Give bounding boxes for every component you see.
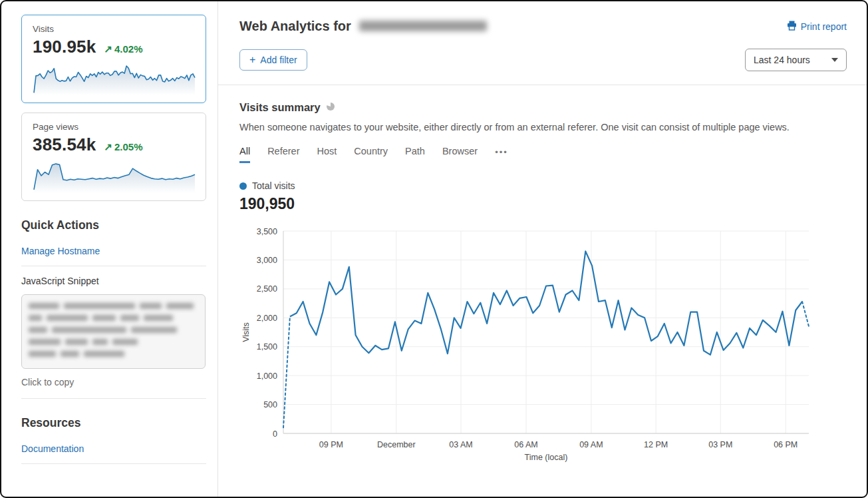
total-visits-value: 190,950 — [239, 195, 847, 213]
svg-text:06 PM: 06 PM — [774, 440, 797, 449]
resources-heading: Resources — [21, 416, 206, 430]
legend-label: Total visits — [252, 180, 295, 191]
main-header: Web Analytics for Print report + Add fil… — [218, 1, 867, 85]
plus-icon: + — [249, 55, 255, 65]
divider — [21, 463, 206, 464]
chart-legend: Total visits — [239, 180, 847, 191]
svg-text:2,500: 2,500 — [257, 284, 277, 294]
divider — [21, 266, 206, 266]
svg-text:3,000: 3,000 — [257, 256, 277, 265]
svg-text:3,500: 3,500 — [257, 227, 277, 236]
manage-hostname-link[interactable]: Manage Hostname — [21, 244, 206, 266]
svg-text:0: 0 — [273, 429, 277, 439]
svg-text:December: December — [377, 440, 416, 449]
metric-value: 190.95k — [33, 37, 96, 57]
javascript-snippet-box[interactable] — [21, 294, 206, 369]
svg-text:06 AM: 06 AM — [514, 440, 537, 449]
page-views-sparkline — [33, 159, 195, 194]
metric-label: Visits — [33, 24, 195, 34]
sidebar: Visits 190.95k ↗4.02% Page views 385.54k… — [1, 1, 217, 497]
trend-up-icon: ↗ — [104, 43, 112, 55]
visits-summary-section: Visits summary When someone navigates to… — [218, 85, 867, 468]
visits-summary-description: When someone navigates to your website, … — [239, 122, 847, 132]
more-options-icon[interactable]: ••• — [495, 147, 508, 162]
metric-card-page-views[interactable]: Page views 385.54k ↗2.05% — [21, 113, 206, 201]
time-range-select[interactable]: Last 24 hours — [745, 49, 847, 71]
click-to-copy-hint: Click to copy — [21, 377, 206, 387]
tab-all[interactable]: All — [239, 146, 250, 163]
tab-referer[interactable]: Referer — [267, 146, 299, 163]
svg-text:09 PM: 09 PM — [319, 440, 343, 449]
svg-text:Visits: Visits — [241, 322, 251, 342]
svg-text:09 AM: 09 AM — [579, 440, 603, 449]
tab-country[interactable]: Country — [354, 146, 388, 163]
svg-text:2,000: 2,000 — [257, 314, 277, 323]
svg-text:03 PM: 03 PM — [708, 440, 732, 449]
svg-text:12 PM: 12 PM — [644, 440, 668, 449]
page-title: Web Analytics for — [239, 19, 487, 34]
tab-host[interactable]: Host — [317, 146, 337, 163]
pie-chart-help-icon[interactable] — [326, 102, 335, 114]
print-report-button[interactable]: Print report — [787, 21, 847, 33]
quick-actions-heading: Quick Actions — [21, 218, 206, 232]
chevron-down-icon — [831, 58, 838, 62]
legend-dot-icon — [239, 182, 247, 190]
app-window: Visits 190.95k ↗4.02% Page views 385.54k… — [0, 0, 868, 498]
tab-path[interactable]: Path — [405, 146, 425, 163]
documentation-link[interactable]: Documentation — [21, 442, 206, 463]
metric-delta: ↗2.05% — [104, 141, 142, 153]
tab-browser[interactable]: Browser — [442, 146, 478, 163]
add-filter-button[interactable]: + Add filter — [239, 49, 307, 71]
metric-card-visits[interactable]: Visits 190.95k ↗4.02% — [21, 15, 206, 103]
print-icon — [787, 21, 797, 33]
javascript-snippet-label: JavaScript Snippet — [21, 276, 206, 286]
metric-delta: ↗4.02% — [104, 43, 142, 55]
dimension-tabs: All Referer Host Country Path Browser ••… — [239, 146, 847, 163]
visits-line-chart: 05001,0001,5002,0002,5003,0003,50009 PMD… — [237, 222, 847, 468]
svg-text:500: 500 — [263, 400, 277, 409]
visits-summary-title: Visits summary — [239, 101, 321, 114]
metric-label: Page views — [33, 122, 195, 132]
redacted-code — [29, 303, 198, 357]
trend-up-icon: ↗ — [104, 141, 112, 152]
svg-text:03 AM: 03 AM — [449, 440, 472, 449]
main-panel: Web Analytics for Print report + Add fil… — [217, 1, 867, 497]
svg-text:Time (local): Time (local) — [525, 453, 568, 462]
svg-text:1,500: 1,500 — [257, 342, 277, 352]
divider — [21, 398, 206, 399]
metric-value: 385.54k — [33, 134, 96, 155]
svg-text:1,000: 1,000 — [257, 372, 277, 381]
redacted-domain — [359, 21, 487, 31]
visits-sparkline — [33, 61, 195, 96]
